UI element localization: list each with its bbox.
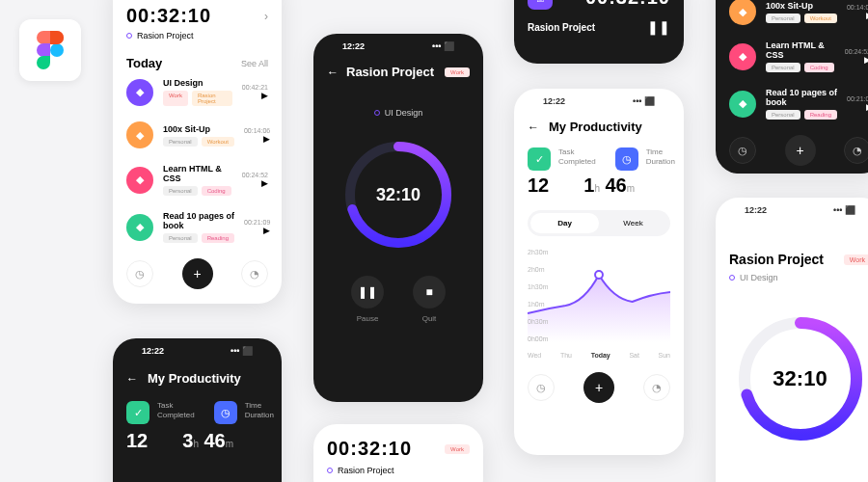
- y-axis-label: 0h30m: [528, 318, 548, 325]
- pause-icon[interactable]: ❚❚: [647, 19, 670, 35]
- screen-timer-light-small: 00:32:10 Work Rasion Project: [313, 424, 483, 482]
- back-icon[interactable]: ←: [126, 372, 138, 386]
- status-time: 12:22: [342, 41, 365, 51]
- today-heading: Today: [126, 56, 162, 70]
- work-tag: Work: [445, 444, 470, 454]
- task-duration: 00:14:06: [244, 127, 270, 134]
- svg-point-0: [50, 43, 64, 57]
- screen-timer-dark: 12:22 ••• ⬛ ← Rasion Project Work UI Des…: [313, 34, 483, 402]
- check-icon: ✓: [528, 147, 551, 171]
- status-bar: 12:22 ••• ⬛: [327, 34, 470, 59]
- ring-time: 32:10: [773, 366, 827, 391]
- back-icon[interactable]: ←: [528, 120, 539, 134]
- clock-icon[interactable]: ◷: [528, 374, 555, 401]
- screen-running-dark: ⌼ 00:32:10 Rasion Project ❚❚: [514, 0, 684, 64]
- clock-icon: ◷: [615, 147, 638, 171]
- tag: Personal: [163, 233, 198, 243]
- clock-icon: ◷: [214, 401, 237, 424]
- screen-productivity-dark: 12:22 ••• ⬛ ← My Productivity ✓ Task Com…: [113, 338, 282, 482]
- timer-ring: 32:10: [733, 311, 868, 446]
- pause-label: Pause: [351, 314, 384, 323]
- chevron-right-icon[interactable]: ›: [264, 10, 268, 23]
- project-dot: [327, 468, 333, 473]
- status-time: 12:22: [142, 346, 164, 356]
- play-icon[interactable]: ▶: [244, 134, 270, 144]
- task-duration: 00:24:52: [845, 48, 868, 55]
- play-icon[interactable]: ▶: [242, 178, 268, 188]
- play-icon[interactable]: ▶: [242, 91, 268, 100]
- clock-icon[interactable]: ◷: [729, 137, 756, 164]
- task-name: Learn HTML & CSS: [163, 164, 232, 183]
- task-row[interactable]: ◆ Learn HTML & CSS PersonalCoding 00:24:…: [126, 156, 268, 203]
- play-icon[interactable]: ▶: [847, 11, 868, 20]
- day-tab[interactable]: Day: [530, 213, 599, 233]
- task-duration: 00:21:09: [244, 219, 270, 226]
- status-bar: 12:22 ••• ⬛: [528, 89, 670, 114]
- tag: Workout: [202, 137, 234, 147]
- tag: Personal: [766, 110, 800, 120]
- task-icon: ◆: [729, 43, 756, 70]
- play-icon[interactable]: ▶: [244, 226, 270, 235]
- book-icon: ◆: [126, 214, 153, 241]
- task-duration: 00:14:06: [847, 4, 868, 11]
- play-icon[interactable]: ▶: [845, 55, 868, 65]
- tag: Coding: [804, 63, 834, 72]
- chart-icon[interactable]: ◔: [241, 260, 268, 287]
- task-completed-label: Task Completed: [157, 401, 195, 421]
- task-dot: [729, 275, 735, 281]
- task-dot: [374, 110, 380, 116]
- day-week-toggle[interactable]: Day Week: [528, 210, 670, 236]
- status-time: 12:22: [745, 205, 767, 215]
- add-button[interactable]: +: [583, 372, 614, 403]
- play-icon[interactable]: ▶: [847, 102, 868, 112]
- tag: Work: [163, 91, 188, 106]
- project-name: Rasion Project: [137, 31, 194, 40]
- week-tab[interactable]: Week: [599, 213, 667, 233]
- chart-icon[interactable]: ◔: [643, 374, 670, 401]
- quit-label: Quit: [413, 314, 446, 323]
- task-row[interactable]: ◆ Read 10 pages of book PersonalReading …: [126, 203, 268, 251]
- task-row[interactable]: ◆ UI Design WorkRasion Project 00:42:21 …: [126, 70, 268, 114]
- task-name: Read 10 pages of book: [163, 211, 234, 230]
- tag: Personal: [766, 63, 800, 72]
- monitor-icon: ⌼: [528, 0, 553, 10]
- task-name: UI Design: [740, 273, 778, 282]
- y-axis-label: 2h30m: [528, 249, 548, 255]
- tag: Coding: [202, 186, 231, 196]
- x-axis-label: Today: [591, 352, 610, 359]
- add-button[interactable]: +: [182, 258, 213, 289]
- project-dot: [126, 33, 132, 39]
- task-list: ◆ UI Design WorkRasion Project 00:42:21 …: [126, 70, 268, 251]
- x-axis-label: Thu: [560, 352, 572, 359]
- task-duration: 00:21:09: [847, 95, 868, 102]
- completed-count: 12: [528, 174, 549, 197]
- task-completed-label: Task Completed: [558, 147, 596, 168]
- project-name: Rasion Project: [528, 22, 595, 33]
- project-name: Rasion Project: [338, 466, 394, 475]
- pause-button[interactable]: ❚❚: [351, 276, 384, 308]
- chart-icon[interactable]: ◔: [844, 137, 868, 164]
- project-title: Rasion Project: [346, 65, 437, 79]
- clock-icon[interactable]: ◷: [126, 260, 153, 287]
- task-row[interactable]: ◆ Learn HTML & CSS PersonalCoding 00:24:…: [729, 33, 868, 80]
- monitor-icon: ◆: [126, 79, 153, 106]
- task-row[interactable]: ◆ 100x Sit-Up PersonalWorkout 00:14:06 ▶: [729, 0, 868, 33]
- tag: Workout: [804, 13, 837, 23]
- completed-count: 12: [126, 430, 148, 452]
- task-name: UI Design: [163, 78, 232, 88]
- dumbbell-icon: ◆: [126, 121, 153, 148]
- page-title: My Productivity: [148, 371, 241, 386]
- quit-button[interactable]: ■: [413, 276, 446, 308]
- task-row[interactable]: ◆ 100x Sit-Up PersonalWorkout 00:14:06 ▶: [126, 114, 268, 156]
- timer: 00:32:10: [327, 438, 412, 460]
- battery-icon: ••• ⬛: [231, 346, 253, 356]
- y-axis-label: 2h0m: [528, 266, 545, 273]
- status-time: 12:22: [543, 96, 565, 106]
- add-button[interactable]: +: [785, 135, 816, 166]
- back-icon[interactable]: ←: [327, 66, 339, 79]
- duration-value: 1h 46m: [583, 174, 635, 197]
- see-all-link[interactable]: See All: [241, 59, 268, 68]
- work-tag: Work: [844, 254, 868, 265]
- task-row[interactable]: ◆ Read 10 pages of book PersonalReading …: [729, 80, 868, 127]
- work-tag: Work: [445, 67, 470, 77]
